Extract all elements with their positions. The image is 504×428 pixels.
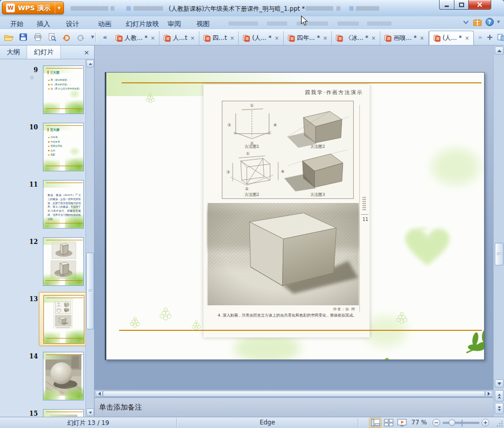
scroll-up-button[interactable] <box>495 47 503 55</box>
scrollbar-thumb[interactable] <box>103 391 485 397</box>
scroll-right-button[interactable] <box>485 391 492 397</box>
slide-canvas[interactable]: 跟我学·作画方法演示 ① ② <box>105 72 485 360</box>
slide-thumbnail-10[interactable]: 10 五大调 亮色调 中间色调 明暗交界线 反光 投影 <box>0 120 85 177</box>
menu-insert[interactable]: 插入 <box>34 18 53 30</box>
tab-close-icon[interactable]: × <box>420 35 424 41</box>
toolbar: ▼ « 人教... * × 人...t × 四...t × <box>0 29 504 46</box>
slide-thumbnail-13-selected[interactable]: 13 <box>0 292 85 349</box>
view-mode-buttons <box>369 418 408 427</box>
slide-number: 9 <box>18 66 38 74</box>
zoom-slider[interactable] <box>443 422 479 424</box>
new-document-button[interactable]: + <box>486 33 493 41</box>
previous-slide-button[interactable] <box>495 390 503 401</box>
quick-access-dropdown[interactable]: ▼ <box>89 33 98 42</box>
slide-thumbnail-14[interactable]: 14 <box>0 349 85 407</box>
maximize-button[interactable] <box>454 0 469 10</box>
document-tab-2[interactable]: 人...t × <box>159 31 199 45</box>
help-dropdown-icon[interactable]: ▼ <box>497 20 500 24</box>
open-file-button[interactable] <box>3 31 15 43</box>
menu-design[interactable]: 设计 <box>63 18 82 30</box>
tab-close-icon[interactable]: × <box>323 35 327 41</box>
thumbnail-image: 五大调 亮色调 中间色调 明暗交界线 反光 投影 <box>43 123 84 171</box>
scrollbar-thumb[interactable] <box>86 253 94 329</box>
resize-grip[interactable] <box>496 420 503 427</box>
notes-pane[interactable]: 单击添加备注 <box>95 397 493 417</box>
menu-home[interactable]: 开始 <box>7 18 27 30</box>
scroll-down-button[interactable] <box>495 379 503 388</box>
sidebar-scrollbar[interactable] <box>85 59 94 417</box>
scroll-down-button[interactable] <box>86 409 94 416</box>
wps-gift-icon[interactable] <box>473 18 482 26</box>
zoom-in-button[interactable]: + <box>482 419 489 426</box>
tab-close-icon[interactable]: × <box>230 35 234 41</box>
print-preview-button[interactable] <box>46 31 58 43</box>
tab-close-icon[interactable]: × <box>190 35 194 41</box>
undo-button[interactable] <box>60 31 72 43</box>
scroll-up-button[interactable] <box>86 60 94 67</box>
arrange-windows-icon[interactable] <box>497 34 504 41</box>
slide-thumbnail-12[interactable]: 12 <box>0 235 85 292</box>
thumb-bullet: 白（受光的亮面）： <box>48 83 82 87</box>
tab-close-icon[interactable]: × <box>151 35 155 41</box>
figure-label: 方法图2 <box>310 144 325 149</box>
scrollbar-thumb[interactable] <box>495 243 503 265</box>
slideshow-button[interactable] <box>396 418 408 427</box>
ghost-window-artifact <box>336 6 340 11</box>
document-tab-3[interactable]: 四...t × <box>199 31 239 45</box>
slide-number: 14 <box>18 353 38 360</box>
document-tab-7[interactable]: 画嗅... * × <box>380 31 429 45</box>
thumb-paragraph: 素描，素描（sketch）广义上的素描，泛指一切单色的绘画，起源于西洋造型能力的… <box>48 193 81 221</box>
document-tab-5[interactable]: 四年... * × <box>284 31 332 45</box>
save-button[interactable] <box>17 31 29 43</box>
help-button[interactable]: ? <box>486 18 494 26</box>
menu-animation[interactable]: 动画 <box>95 18 114 30</box>
ppt-file-icon <box>203 35 211 42</box>
menu-view[interactable]: 视图 <box>193 18 213 30</box>
thumb-bullet: 亮色调 <box>48 136 82 140</box>
document-tab-4[interactable]: (人... * × <box>239 31 283 45</box>
tab-close-icon[interactable]: × <box>372 35 376 41</box>
tabs-scroll-right-icon[interactable]: » <box>478 33 482 41</box>
slide-number: 12 <box>18 238 38 245</box>
ppt-file-icon <box>164 35 171 42</box>
document-tab-6[interactable]: 《冰... * × <box>332 31 380 45</box>
slide-sorter-view-button[interactable] <box>382 418 395 427</box>
zoom-slider-thumb[interactable] <box>449 419 455 426</box>
panel-tabs: 大纲 幻灯片 × <box>0 46 94 59</box>
theme-name: Edge <box>177 419 358 426</box>
slide-thumbnail-15[interactable]: 15 <box>0 407 85 417</box>
zoom-out-button[interactable]: − <box>432 419 440 426</box>
panel-close-button[interactable]: × <box>79 46 94 59</box>
titlebar[interactable]: W WPS 演示 ▼ (人教新课标)六年级美术下册课件_明与暗_1.ppt * <box>0 0 504 16</box>
redo-button[interactable] <box>75 31 86 43</box>
thumbnail-image: 素描，素描（sketch）广义上的素描，泛指一切单色的绘画，起源于西洋造型能力的… <box>43 180 84 229</box>
scroll-left-button[interactable] <box>96 391 103 397</box>
tab-close-icon[interactable]: × <box>274 35 279 41</box>
thumbnail-image <box>43 237 84 286</box>
app-menu-dropdown-icon[interactable]: ▼ <box>55 2 63 14</box>
vertical-scrollbar[interactable] <box>493 46 504 417</box>
slide-thumbnail-9[interactable]: 9 ☆ 三大面 黑（背光的暗面）： 白（受光的亮面）： 灰（黑 白之间过渡色的灰… <box>0 63 85 120</box>
heart-decoration <box>396 222 460 281</box>
minimize-button[interactable] <box>439 0 454 10</box>
tab-slides[interactable]: 幻灯片 <box>27 46 61 59</box>
close-button[interactable] <box>468 0 491 10</box>
document-tab-8-active[interactable]: (人... * × <box>429 31 474 45</box>
document-tab-1[interactable]: 人教... * × <box>111 31 160 45</box>
slide-panel: 大纲 幻灯片 × 9 ☆ 三大面 黑（背光的暗面）： 白（受光的亮面）： 灰（黑… <box>0 46 95 417</box>
thumbnail-image: 三大面 黑（背光的暗面）： 白（受光的亮面）： 灰（黑 白之间过渡色的灰面）： <box>43 65 84 114</box>
gold-rule-bottom <box>119 330 482 331</box>
wps-app-menu-button[interactable]: W WPS 演示 ▼ <box>2 2 64 14</box>
tab-label: 四年... * <box>297 34 320 42</box>
next-slide-button[interactable] <box>495 403 503 414</box>
menu-review[interactable]: 审阅 <box>165 18 184 30</box>
normal-view-button[interactable] <box>369 418 381 427</box>
horizontal-scrollbar[interactable] <box>95 390 493 397</box>
slide-thumbnail-11[interactable]: 11 素描，素描（sketch）广义上的素描，泛指一切单色的绘画，起源于西洋造型… <box>0 177 85 235</box>
ribbon-collapse-icon[interactable] <box>463 20 469 25</box>
tab-close-icon[interactable]: × <box>465 35 469 41</box>
tabs-scroll-left-icon[interactable]: « <box>101 33 109 41</box>
tab-outline[interactable]: 大纲 <box>0 46 27 59</box>
menu-slideshow[interactable]: 幻灯片放映 <box>123 18 162 30</box>
print-button[interactable] <box>32 31 43 43</box>
